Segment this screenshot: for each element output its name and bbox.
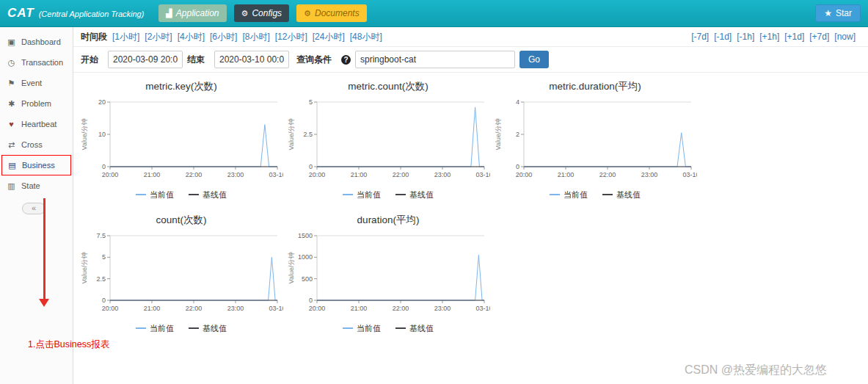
- help-icon[interactable]: ?: [341, 55, 351, 65]
- go-button[interactable]: Go: [519, 51, 549, 68]
- start-time-input[interactable]: [108, 51, 183, 68]
- legend-swatch: [189, 327, 199, 329]
- quick-nav-link[interactable]: [now]: [834, 32, 856, 42]
- end-time-input[interactable]: [214, 51, 289, 68]
- chart-row: count(次数)Value/分钟02.557.520:0021:0022:00…: [78, 208, 868, 341]
- legend-swatch: [189, 194, 199, 195]
- brand[interactable]: CAT (Central Application Tracking): [7, 6, 144, 21]
- quick-nav-link[interactable]: [+1d]: [784, 32, 804, 42]
- time-range-label: 时间段: [81, 31, 107, 43]
- legend-item[interactable]: 当前值: [136, 323, 174, 334]
- svg-text:23:00: 23:00: [434, 171, 451, 178]
- charts-area: metric.key(次数)Value/分钟0102020:0021:0022:…: [73, 73, 868, 341]
- hour-range-link[interactable]: [6小时]: [210, 32, 237, 42]
- legend-item[interactable]: 基线值: [395, 323, 434, 334]
- sidebar-item-state[interactable]: ▥State: [0, 175, 73, 196]
- sidebar-item-transaction[interactable]: ◷Transaction: [0, 52, 73, 73]
- top-navbar: CAT (Central Application Tracking) ▟Appl…: [0, 0, 868, 27]
- hour-range-link[interactable]: [8小时]: [242, 32, 269, 42]
- hour-range-link[interactable]: [24小时]: [313, 32, 345, 42]
- gear-icon: ⚙: [241, 9, 249, 18]
- svg-text:0: 0: [309, 163, 313, 170]
- legend-item[interactable]: 基线值: [189, 189, 227, 200]
- svg-text:22:00: 22:00: [186, 171, 203, 178]
- svg-text:10: 10: [98, 131, 106, 138]
- chart-count: count(次数)Value/分钟02.557.520:0021:0022:00…: [78, 208, 285, 341]
- svg-text:7.5: 7.5: [96, 232, 106, 239]
- sidebar-item-heartbeat[interactable]: ♥Heartbeat: [0, 114, 73, 134]
- legend-item[interactable]: 基线值: [395, 189, 434, 200]
- svg-text:0: 0: [516, 163, 519, 170]
- condition-input[interactable]: [355, 51, 515, 68]
- quick-nav-link[interactable]: [-1d]: [714, 32, 732, 42]
- chart-title: count(次数): [78, 214, 285, 227]
- quick-nav-link[interactable]: [-1h]: [737, 32, 754, 42]
- legend-item[interactable]: 当前值: [343, 189, 381, 200]
- legend-swatch: [550, 194, 560, 195]
- svg-text:21:00: 21:00: [558, 171, 575, 178]
- svg-text:03-10: 03-10: [682, 171, 697, 178]
- svg-text:2: 2: [516, 131, 519, 138]
- watermark: CSDN @热爱编程的大忽悠: [685, 363, 827, 378]
- svg-text:Value/分钟: Value/分钟: [495, 119, 502, 151]
- hour-links: [1小时][2小时][4小时][6小时][8小时][12小时][24小时][48…: [112, 31, 387, 43]
- legend-label: 基线值: [409, 323, 434, 334]
- svg-text:23:00: 23:00: [434, 305, 451, 312]
- gears-icon: ⚙: [304, 9, 311, 18]
- svg-text:0: 0: [309, 297, 313, 304]
- sidebar-item-dashboard[interactable]: ▣Dashboard: [0, 32, 73, 52]
- legend-swatch: [395, 327, 406, 329]
- start-label: 开始: [81, 54, 98, 66]
- hour-range-link[interactable]: [12小时]: [275, 32, 307, 42]
- svg-text:21:00: 21:00: [351, 171, 368, 178]
- legend-item[interactable]: 基线值: [602, 189, 641, 200]
- nav-button-configs[interactable]: ⚙Configs: [234, 4, 290, 22]
- dashboard-icon: ▣: [7, 37, 16, 47]
- legend-label: 当前值: [357, 189, 381, 200]
- star-label: Star: [836, 8, 852, 18]
- chart-legend: 当前值基线值: [78, 189, 285, 200]
- legend-item[interactable]: 当前值: [343, 323, 381, 334]
- quick-nav-links: [-7d][-1d][-1h][+1h][+1d][+7d][now]: [691, 32, 861, 42]
- clock-icon: ◷: [7, 58, 16, 68]
- bug-icon: ✱: [7, 99, 16, 109]
- legend-item[interactable]: 当前值: [550, 189, 588, 200]
- quick-nav-link[interactable]: [+1h]: [759, 32, 779, 42]
- sidebar-item-label: Problem: [21, 99, 51, 108]
- legend-label: 当前值: [150, 323, 174, 334]
- svg-text:0: 0: [102, 297, 106, 304]
- quick-nav-link[interactable]: [+7d]: [809, 32, 829, 42]
- legend-swatch: [602, 194, 613, 195]
- business-report-icon: ▤: [7, 161, 17, 170]
- svg-text:5: 5: [102, 253, 106, 261]
- sidebar-item-business[interactable]: ▤Business: [1, 155, 71, 175]
- sidebar-item-event[interactable]: ⚑Event: [0, 73, 73, 93]
- sidebar-collapse-button[interactable]: «: [22, 203, 45, 214]
- nav-button-label: Documents: [315, 8, 360, 18]
- legend-item[interactable]: 基线值: [189, 323, 227, 334]
- svg-text:22:00: 22:00: [393, 171, 409, 178]
- svg-text:23:00: 23:00: [227, 171, 244, 178]
- nav-button-documents[interactable]: ⚙Documents: [296, 4, 367, 22]
- sidebar-item-problem[interactable]: ✱Problem: [0, 93, 73, 114]
- svg-text:1000: 1000: [298, 253, 313, 261]
- sidebar-item-cross[interactable]: ⇄Cross: [0, 134, 73, 155]
- svg-text:22:00: 22:00: [186, 305, 203, 312]
- legend-label: 当前值: [357, 323, 381, 334]
- hour-range-link[interactable]: [1小时]: [112, 32, 139, 42]
- hour-range-link[interactable]: [4小时]: [178, 32, 205, 42]
- svg-text:1500: 1500: [298, 232, 313, 239]
- legend-item[interactable]: 当前值: [136, 189, 174, 200]
- svg-text:20: 20: [98, 98, 106, 106]
- hour-range-link[interactable]: [2小时]: [145, 32, 172, 42]
- svg-text:Value/分钟: Value/分钟: [288, 253, 295, 284]
- svg-text:03-10: 03-10: [475, 305, 490, 312]
- quick-nav-link[interactable]: [-7d]: [691, 32, 709, 42]
- star-button[interactable]: ★ Star: [815, 4, 861, 22]
- legend-swatch: [136, 194, 146, 195]
- chart-canvas: Value/分钟02.557.520:0021:0022:0023:0003-1…: [78, 228, 283, 318]
- svg-text:Value/分钟: Value/分钟: [288, 119, 295, 151]
- hour-range-link[interactable]: [48小时]: [350, 32, 382, 42]
- nav-button-application[interactable]: ▟Application: [158, 4, 226, 22]
- chart-title: metric.key(次数): [78, 80, 285, 93]
